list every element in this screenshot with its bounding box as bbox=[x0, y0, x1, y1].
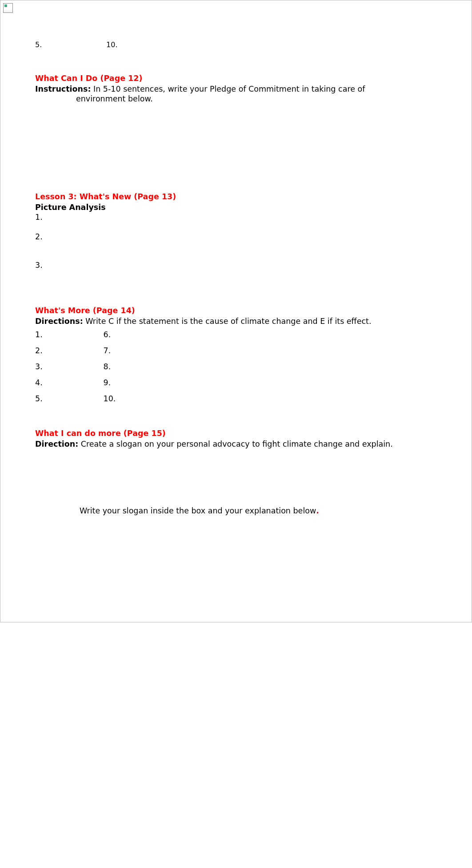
item-1: 1. bbox=[35, 330, 101, 339]
item-7: 7. bbox=[104, 346, 111, 355]
slogan-instruction-text: Write your slogan inside the box and you… bbox=[80, 506, 316, 515]
picture-item-3: 3. bbox=[35, 261, 437, 270]
directions-label: Directions: bbox=[35, 317, 83, 326]
gap bbox=[35, 410, 437, 429]
section-heading-whats-more: What's More (Page 14) bbox=[35, 306, 437, 315]
item-3: 3. bbox=[35, 362, 101, 371]
section-heading-lesson-3: Lesson 3: What's New (Page 13) bbox=[35, 192, 437, 201]
broken-image-icon bbox=[3, 3, 13, 13]
picture-analysis-heading: Picture Analysis bbox=[35, 203, 437, 212]
row-5-10: 5. 10. bbox=[35, 394, 437, 403]
direction-text: Create a slogan on your personal advocac… bbox=[78, 440, 393, 448]
row-2-7: 2. 7. bbox=[35, 346, 437, 355]
section-heading-what-i-can-do-more: What I can do more (Page 15) bbox=[35, 429, 437, 438]
directions-line: Directions: Write C if the statement is … bbox=[35, 317, 437, 326]
instructions-line-1: Instructions: In 5-10 sentences, write y… bbox=[35, 85, 437, 93]
instructions-text-1: In 5-10 sentences, write your Pledge of … bbox=[91, 85, 365, 93]
direction-line: Direction: Create a slogan on your perso… bbox=[35, 440, 437, 448]
item-10: 10. bbox=[104, 394, 116, 403]
directions-text: Write C if the statement is the cause of… bbox=[83, 317, 372, 326]
instructions-label: Instructions: bbox=[35, 85, 91, 93]
instructions-text-2: environment below. bbox=[35, 94, 437, 103]
item-2: 2. bbox=[35, 346, 101, 355]
number-10: 10. bbox=[106, 40, 117, 49]
item-6: 6. bbox=[104, 330, 111, 339]
row-4-9: 4. 9. bbox=[35, 378, 437, 387]
slogan-instruction: Write your slogan inside the box and you… bbox=[35, 506, 437, 515]
row-3-8: 3. 8. bbox=[35, 362, 437, 371]
document-page: 5. 10. What Can I Do (Page 12) Instructi… bbox=[0, 0, 472, 622]
number-5: 5. bbox=[35, 40, 104, 49]
gap bbox=[35, 103, 437, 192]
row-1-6: 1. 6. bbox=[35, 330, 437, 339]
picture-item-2: 2. bbox=[35, 232, 437, 241]
direction-label: Direction: bbox=[35, 440, 78, 448]
section-heading-what-can-i-do: What Can I Do (Page 12) bbox=[35, 74, 437, 83]
item-9: 9. bbox=[104, 378, 111, 387]
item-4: 4. bbox=[35, 378, 101, 387]
gap bbox=[35, 280, 437, 306]
item-5: 5. bbox=[35, 394, 101, 403]
document-content: 5. 10. What Can I Do (Page 12) Instructi… bbox=[0, 0, 472, 622]
picture-item-1: 1. bbox=[35, 213, 437, 222]
red-period: . bbox=[316, 506, 319, 515]
gap bbox=[35, 515, 437, 595]
top-number-row: 5. 10. bbox=[35, 40, 437, 49]
item-8: 8. bbox=[104, 362, 111, 371]
